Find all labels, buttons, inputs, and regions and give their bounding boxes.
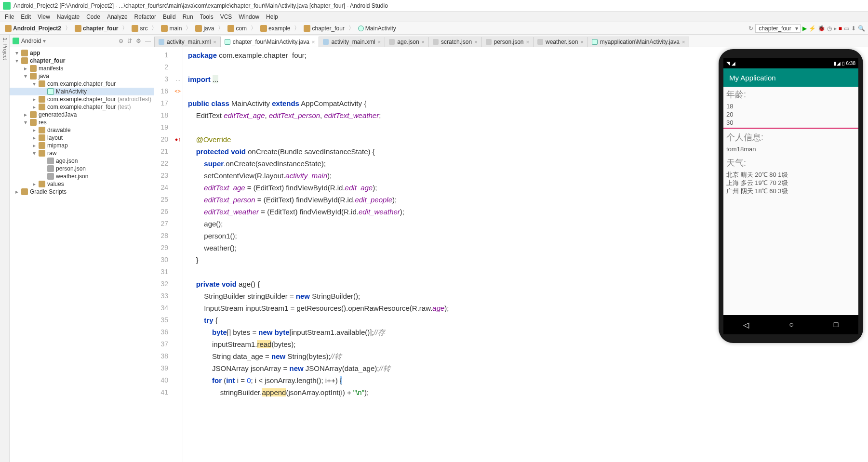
sdk-icon[interactable]: ⬇ [851, 25, 856, 32]
tree-person-json[interactable]: person.json [10, 165, 154, 172]
menu-analyze[interactable]: Analyze [104, 13, 131, 21]
tab-myapplication-mainactivity-java[interactable]: myapplication\MainActivity.java× [588, 37, 690, 47]
menu-refactor[interactable]: Refactor [132, 13, 159, 21]
menu-tools[interactable]: Tools [197, 13, 216, 21]
tool----project[interactable]: 1: Project [2, 38, 8, 459]
tree-generatedjava[interactable]: ▸generatedJava [10, 111, 154, 119]
close-icon[interactable]: × [213, 39, 216, 45]
emulator-status-left: ◥ ◢ [726, 61, 735, 66]
menu-code[interactable]: Code [83, 13, 103, 21]
tree-layout[interactable]: ▸layout [10, 134, 154, 142]
stop-icon[interactable]: ■ [839, 25, 842, 32]
collapse-icon[interactable]: ⊖ [119, 38, 123, 44]
tree-mipmap[interactable]: ▸mipmap [10, 142, 154, 149]
breadcrumb: Android_Project2〉chapter_four〉src〉main〉j… [3, 24, 398, 32]
menu-help[interactable]: Help [263, 13, 281, 21]
tab-age-json[interactable]: age.json× [385, 37, 429, 47]
tree-com-example-chapter-four[interactable]: ▾com.example.chapter_four [10, 80, 154, 88]
nav-recent-icon[interactable]: □ [834, 320, 839, 329]
apply-changes-icon[interactable]: ⚡ [809, 25, 816, 32]
emulator-status-time: ▮◢ ▯ 6:38 [834, 61, 855, 66]
crumb-example[interactable]: example [258, 25, 292, 32]
project-view-mode[interactable]: Android [21, 38, 41, 44]
left-tool-stripe: 1: ProjectLayout Captures7: Structure2: … [0, 35, 10, 462]
editor-tabs: activity_main.xml×chapter_four\MainActiv… [154, 35, 868, 47]
project-header: Android ▾ ⊖ ⇵ ⚙ — [10, 35, 154, 47]
navigation-bar: Android_Project2〉chapter_four〉src〉main〉j… [0, 22, 868, 35]
sync-icon[interactable]: ↻ [748, 25, 753, 32]
tree-java[interactable]: ▾java [10, 72, 154, 80]
nav-home-icon[interactable]: ○ [789, 320, 794, 329]
tree-raw[interactable]: ▾raw [10, 149, 154, 157]
menu-view[interactable]: View [35, 13, 53, 21]
close-icon[interactable]: × [378, 39, 381, 45]
tree-gradle-scripts[interactable]: ▸Gradle Scripts [10, 188, 154, 196]
run-icon[interactable]: ▶ [802, 25, 807, 32]
tree-manifests[interactable]: ▸manifests [10, 65, 154, 72]
tab-chapter-four-mainactivity-java[interactable]: chapter_four\MainActivity.java× [220, 36, 320, 47]
project-tree: ▾app▾chapter_four▸manifests▾java▾com.exa… [10, 47, 154, 462]
tab-activity-main-xml[interactable]: activity_main.xml× [154, 37, 221, 47]
crumb-chapter_four[interactable]: chapter_four [73, 25, 120, 32]
tree-app[interactable]: ▾app [10, 49, 154, 57]
tree-weather-json[interactable]: weather.json [10, 172, 154, 180]
close-icon[interactable]: × [526, 39, 529, 45]
tree-com-example-chapter-four[interactable]: ▸com.example.chapter_four (androidTest) [10, 95, 154, 103]
menu-run[interactable]: Run [180, 13, 196, 21]
crumb-java[interactable]: java [193, 25, 216, 32]
editor-body: 123…16<>17181920●↑2122232425262728293031… [154, 47, 868, 462]
profiler-icon[interactable]: ◷ [827, 25, 832, 32]
menu-edit[interactable]: Edit [18, 13, 34, 21]
close-icon[interactable]: × [312, 39, 315, 45]
crumb-chapter_four[interactable]: chapter_four [302, 25, 346, 32]
close-icon[interactable]: × [474, 39, 477, 45]
menu-bar: FileEditViewNavigateCodeAnalyzeRefactorB… [0, 12, 868, 22]
menu-navigate[interactable]: Navigate [54, 13, 82, 21]
tree-mainactivity[interactable]: MainActivity [10, 88, 154, 95]
crumb-com[interactable]: com [226, 25, 249, 32]
tree-age-json[interactable]: age.json [10, 157, 154, 165]
close-icon[interactable]: × [682, 39, 685, 45]
tree-chapter-four[interactable]: ▾chapter_four [10, 57, 154, 65]
tree-values[interactable]: ▸values [10, 180, 154, 188]
close-icon[interactable]: × [422, 39, 425, 45]
hide-icon[interactable]: — [145, 38, 151, 44]
emulator-frame: — ✕ ◥ ◢ ▮◢ ▯ 6:38 My Application 年龄: 18 … [719, 49, 863, 343]
section-person-label: 个人信息: [723, 130, 858, 145]
menu-window[interactable]: Window [236, 13, 262, 21]
section-age-value[interactable]: 18 20 30 [723, 102, 858, 129]
crumb-src[interactable]: src [130, 25, 149, 32]
avd-icon[interactable]: ▭ [844, 25, 849, 32]
search-icon[interactable]: 🔍 [858, 25, 865, 32]
crumb-android_project2[interactable]: Android_Project2 [3, 25, 63, 32]
section-person-value[interactable]: tom18man [723, 145, 858, 154]
emulator-app-bar: My Application [723, 68, 858, 87]
window-title: Android_Project2 [F:\Android_Project2] -… [13, 2, 388, 9]
tab-activity-main-xml[interactable]: activity_main.xml× [319, 37, 385, 47]
dropdown-icon[interactable]: ▾ [43, 38, 46, 44]
expand-icon[interactable]: ⇵ [127, 38, 132, 44]
crumb-main[interactable]: main [159, 25, 184, 32]
menu-vcs[interactable]: VCS [217, 13, 235, 21]
tree-drawable[interactable]: ▸drawable [10, 126, 154, 134]
tree-com-example-chapter-four[interactable]: ▸com.example.chapter_four (test) [10, 103, 154, 111]
menu-file[interactable]: File [2, 13, 17, 21]
run-config-combo[interactable]: chapter_four [755, 24, 800, 33]
tab-scratch-json[interactable]: scratch.json× [428, 37, 481, 47]
attach-icon[interactable]: ▸ [834, 25, 837, 32]
emulator-nav-bar: ◁ ○ □ [723, 315, 858, 334]
settings-icon[interactable]: ⚙ [136, 38, 141, 44]
tab-person-json[interactable]: person.json× [481, 37, 534, 47]
emulator-content: 年龄: 18 20 30 个人信息: tom18man 天气: 北京 晴天 20… [723, 87, 858, 315]
tab-weather-json[interactable]: weather.json× [533, 37, 588, 47]
line-gutter: 123…16<>17181920●↑2122232425262728293031… [154, 47, 183, 462]
android-studio-icon [3, 2, 11, 10]
close-icon[interactable]: × [580, 39, 583, 45]
section-weather-label: 天气: [723, 155, 858, 171]
crumb-mainactivity[interactable]: MainActivity [356, 25, 398, 32]
section-weather-value[interactable]: 北京 晴天 20℃ 80 1级 上海 多云 19℃ 70 2级 广州 阴天 18… [723, 171, 858, 196]
tree-res[interactable]: ▾res [10, 119, 154, 126]
nav-back-icon[interactable]: ◁ [743, 320, 749, 330]
menu-build[interactable]: Build [160, 13, 179, 21]
debug-icon[interactable]: 🐞 [818, 25, 825, 32]
